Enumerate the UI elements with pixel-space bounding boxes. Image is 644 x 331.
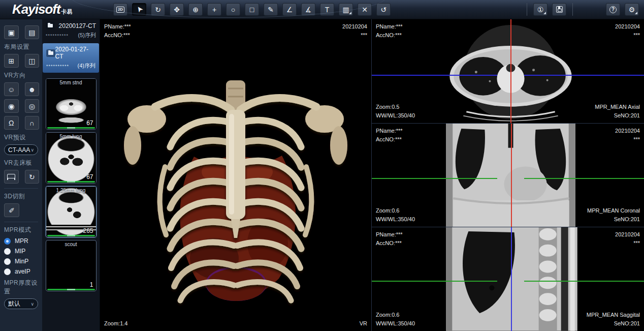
crosshair-tool-button[interactable]: + <box>207 3 221 16</box>
layout-2x2-button[interactable]: ⊞ <box>4 54 19 68</box>
vr-accno: AccNO:*** <box>104 31 131 40</box>
coronal-pname: PName:*** <box>376 127 403 135</box>
series-thumbnail[interactable]: 5mm stnd67 <box>46 78 96 130</box>
vr-posterior-button[interactable]: ☻ <box>25 82 40 96</box>
coronal-wwwl: WW/WL:350/40 <box>376 215 415 224</box>
ellipse-tool-button[interactable]: ○ <box>226 3 240 16</box>
reset-tool-button[interactable]: ↺ <box>376 3 391 16</box>
zoom-tool-icon: ⊕ <box>192 6 199 13</box>
save-tool-button[interactable] <box>552 3 566 16</box>
cursor-tool-button[interactable]: ➤ <box>132 3 146 16</box>
radio-label: MIP <box>15 248 25 255</box>
zoom-tool-button[interactable]: ⊕ <box>188 3 203 16</box>
study-title: 2020-01-27-CT <box>55 46 95 60</box>
thumbnail-image <box>46 240 96 291</box>
chevron-down-icon: ∨ <box>30 302 34 307</box>
window-level-tool-button[interactable]: ▥ <box>339 3 353 16</box>
coronal-date: 20210204 <box>615 127 640 135</box>
sagittal-crosshair-h-right[interactable] <box>524 281 644 282</box>
vr-superior-icon: Ω <box>9 119 14 127</box>
layout-buttons: ⊞◫ <box>4 54 39 68</box>
vr-viewport[interactable]: PName:*** AccNO:*** 20210204 *** Zoom:1.… <box>100 19 371 331</box>
coronal-crosshair-h-left[interactable] <box>372 178 497 179</box>
mpr-mode-mpr-radio[interactable]: MPR <box>4 237 39 245</box>
pan-tool-button[interactable]: ✥ <box>170 3 184 16</box>
series-info-tool-button[interactable]: ① <box>533 3 548 16</box>
reset-bed-button[interactable]: ↻ <box>25 170 40 184</box>
view-2d-button[interactable]: 2D <box>113 3 127 16</box>
sagittal-crosshair-v[interactable] <box>511 227 512 331</box>
mpr-mode-mip-radio[interactable]: MIP <box>4 248 39 255</box>
mpr-mode-aveip-radio[interactable]: aveIP <box>4 268 39 275</box>
series-thumbnail[interactable]: 5mm lung67 <box>46 132 96 184</box>
study-item[interactable]: 2020-01-27-CT**********(4)序列 <box>43 43 99 73</box>
mpr-mode-label: MPR模式 <box>4 226 39 234</box>
vr-preset-select[interactable]: CT-AAA ∨ <box>4 144 38 155</box>
top-toolbar: Kayisoft 卡易 2D➤↻✥⊕+○□✎∠∡T▥✕↺ ① ?⚙ <box>0 0 644 19</box>
radio-icon <box>4 268 11 275</box>
axial-accno: AccNO:*** <box>376 31 403 40</box>
axial-zoom: Zoom:0.5 <box>376 103 415 111</box>
remove-bed-button[interactable] <box>4 170 19 184</box>
study-item[interactable]: 20200127-CT**********(5)序列 <box>42 19 100 42</box>
sagittal-zoom: Zoom:0.6 <box>376 311 415 319</box>
sagittal-seno: SeNO:201 <box>587 319 640 328</box>
thumbnail-progress-bar <box>47 289 95 290</box>
rect-tool-button[interactable]: □ <box>245 3 259 16</box>
report-button[interactable]: ▤ <box>25 25 40 39</box>
sagittal-series-label: MPR_MEAN Saggital <box>587 311 640 319</box>
sidebar-top-buttons: ▣▤ <box>4 25 39 39</box>
vr-superior-button[interactable]: Ω <box>4 116 19 130</box>
study-title: 20200127-CT <box>59 22 96 29</box>
thumbnail-image-count: 265 <box>83 227 93 234</box>
reset-bed-icon: ↻ <box>29 173 35 181</box>
axial-crosshair-v[interactable] <box>510 19 511 123</box>
coronal-viewport[interactable]: PName:*** AccNO:*** 20210204 *** Zoom:0.… <box>372 124 644 228</box>
rect-tool-icon: □ <box>250 6 254 13</box>
radio-label: aveIP <box>15 268 30 275</box>
mpr-thickness-value: 默认 <box>8 299 20 308</box>
angle-tool-button[interactable]: ∠ <box>282 3 297 16</box>
vr-anterior-button[interactable]: ☺ <box>4 82 19 96</box>
text-tool-button[interactable]: T <box>320 3 334 16</box>
series-thumbnail[interactable]: 1.25mm lung265 <box>46 186 96 237</box>
angle-tool-icon: ∠ <box>286 6 293 13</box>
measure-line-tool-button[interactable]: ✎ <box>264 3 278 16</box>
delete-tool-button[interactable]: ✕ <box>358 3 372 16</box>
sagittal-crosshair-h-left[interactable] <box>372 281 497 282</box>
axial-crosshair-h-left[interactable] <box>372 75 497 76</box>
cobb-angle-tool-button[interactable]: ∡ <box>301 3 315 16</box>
mpr-mode-minp-radio[interactable]: MinP <box>4 258 39 265</box>
thumbnail-image-count: 67 <box>86 119 93 127</box>
coronal-crosshair-v[interactable] <box>511 124 512 227</box>
vr-direction-label: VR方向 <box>4 71 39 80</box>
layout-settings-button[interactable]: ▣ <box>4 25 19 39</box>
axial-viewport[interactable]: PName:*** AccNO:*** 20210204 *** Zoom:0.… <box>372 19 644 124</box>
folder-icon <box>46 49 55 57</box>
study-masked-id: ********** <box>46 64 69 69</box>
coronal-crosshair-h-right[interactable] <box>524 178 644 179</box>
help-button[interactable]: ? <box>606 3 620 16</box>
window-level-tool-icon: ▥ <box>342 6 349 13</box>
mpr-thickness-label: MPR厚度设置 <box>4 279 39 296</box>
vr-inferior-button[interactable]: ∩ <box>25 116 40 130</box>
series-thumbnail[interactable]: scout1 <box>46 240 96 291</box>
layout-settings-icon: ▣ <box>8 28 15 37</box>
mpr-thickness-select[interactable]: 默认 ∨ <box>4 298 38 309</box>
thumbnail-label: 5mm stnd <box>46 80 96 85</box>
layout-1-2-button[interactable]: ◫ <box>25 54 40 68</box>
axial-seno: SeNO:201 <box>595 111 640 120</box>
toolbar-secondary-group: ① <box>527 3 573 16</box>
cut-3d-icon: ✐ <box>9 206 15 215</box>
vr-right-button[interactable]: ◎ <box>25 99 40 113</box>
rotate-3d-tool-button[interactable]: ↻ <box>151 3 165 16</box>
settings-button[interactable]: ⚙ <box>625 3 639 16</box>
reset-tool-icon: ↺ <box>380 6 387 13</box>
vr-direction-buttons: ☺☻◉◎Ω∩ <box>4 82 39 130</box>
vr-left-button[interactable]: ◉ <box>4 99 19 113</box>
sagittal-viewport[interactable]: PName:*** AccNO:*** 20210204 *** Zoom:0.… <box>372 227 644 331</box>
axial-crosshair-h-right[interactable] <box>524 75 644 76</box>
cut-3d-button[interactable]: ✐ <box>4 203 19 217</box>
app-window: Kayisoft 卡易 2D➤↻✥⊕+○□✎∠∡T▥✕↺ ① ?⚙ ▣▤ 布局设… <box>0 0 644 331</box>
thumbnail-progress-bar <box>47 127 95 129</box>
